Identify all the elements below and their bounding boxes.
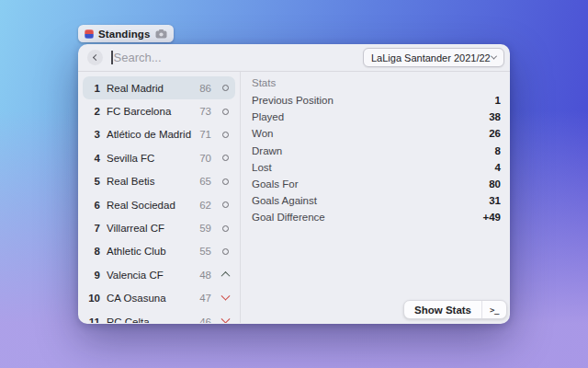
team-points: 47 <box>196 293 211 304</box>
stat-row: Won 26 <box>252 125 501 142</box>
stat-row: Goals For 80 <box>252 176 501 192</box>
table-row[interactable]: 7 Villarreal CF 59 <box>83 216 235 239</box>
stats-panel: Stats Previous Position 1 Played 38 Won … <box>241 72 510 323</box>
team-points: 59 <box>196 223 211 234</box>
table-row[interactable]: 5 Real Betis 65 <box>83 170 235 193</box>
terminal-icon[interactable] <box>482 301 506 318</box>
team-rank: 2 <box>86 106 100 117</box>
stats-section-title: Stats <box>252 75 501 90</box>
team-name: Sevilla FC <box>107 153 196 164</box>
table-row[interactable]: 4 Sevilla FC 70 <box>83 146 235 169</box>
team-name: CA Osasuna <box>107 293 196 304</box>
team-rank: 11 <box>86 316 100 323</box>
movement-same-icon <box>219 248 232 255</box>
stat-value: 8 <box>495 145 501 156</box>
action-bar: Show Stats <box>403 300 507 319</box>
table-row[interactable]: 3 Atlético de Madrid 71 <box>83 123 235 146</box>
window-title-chip[interactable]: Standings <box>78 25 174 42</box>
team-name: RC Celta <box>107 316 196 323</box>
stat-row: Played 38 <box>252 109 501 125</box>
stat-value: 31 <box>489 195 501 206</box>
table-row[interactable]: 8 Athletic Club 55 <box>83 240 235 263</box>
team-points: 62 <box>196 200 211 211</box>
back-button[interactable] <box>87 50 103 65</box>
team-rank: 10 <box>86 293 100 304</box>
team-points: 71 <box>196 129 211 140</box>
movement-same-icon <box>219 109 232 115</box>
team-rank: 5 <box>86 176 100 187</box>
team-name: Athletic Club <box>107 246 196 257</box>
stat-row: Goal Difference +49 <box>252 209 501 225</box>
text-caret <box>111 51 113 64</box>
standings-window: LaLiga Santander 2021/22 1 Real Madrid 8… <box>78 44 510 324</box>
stat-label: Won <box>252 128 273 139</box>
team-rank: 9 <box>86 270 100 281</box>
table-row[interactable]: 11 RC Celta 46 <box>83 310 235 323</box>
movement-down-icon <box>219 295 232 302</box>
stat-label: Goal Difference <box>252 212 325 223</box>
team-name: FC Barcelona <box>107 106 196 117</box>
table-row[interactable]: 1 Real Madrid 86 <box>83 76 235 99</box>
camera-icon <box>155 29 167 39</box>
movement-same-icon <box>219 178 232 185</box>
stat-label: Goals Against <box>252 195 317 206</box>
chevron-down-icon <box>491 53 497 60</box>
table-row[interactable]: 10 CA Osasuna 47 <box>83 287 235 310</box>
stat-label: Goals For <box>252 178 299 190</box>
league-selector-dropdown[interactable]: LaLiga Santander 2021/22 <box>363 48 504 67</box>
stat-row: Lost 4 <box>252 159 501 176</box>
team-name: Real Betis <box>107 176 196 187</box>
window-title: Standings <box>98 29 151 40</box>
stat-value: +49 <box>482 212 501 223</box>
team-rank: 7 <box>86 223 100 234</box>
team-points: 73 <box>196 106 211 117</box>
stat-value: 1 <box>495 95 501 106</box>
standings-app-icon <box>85 29 94 39</box>
stat-label: Drawn <box>252 145 282 156</box>
search-bar: LaLiga Santander 2021/22 <box>78 44 510 72</box>
stat-label: Previous Position <box>252 95 334 106</box>
team-name: Villarreal CF <box>107 223 196 234</box>
table-row[interactable]: 2 FC Barcelona 73 <box>83 99 235 122</box>
team-points: 86 <box>196 83 211 94</box>
team-points: 48 <box>196 270 211 281</box>
stat-label: Played <box>252 111 284 122</box>
stat-value: 38 <box>489 111 501 122</box>
stat-value: 4 <box>495 162 501 173</box>
stat-row: Drawn 8 <box>252 143 501 159</box>
stat-row: Goals Against 31 <box>252 192 501 209</box>
standings-list: 1 Real Madrid 86 2 FC Barcelona 73 3 Atl… <box>78 72 240 323</box>
chevron-left-icon <box>93 54 99 61</box>
team-rank: 1 <box>86 83 100 94</box>
movement-down-icon <box>219 318 232 323</box>
team-name: Atlético de Madrid <box>107 129 196 140</box>
team-rank: 6 <box>86 200 100 211</box>
team-rank: 3 <box>86 129 100 140</box>
movement-same-icon <box>219 155 232 161</box>
table-row[interactable]: 9 Valencia CF 48 <box>83 263 235 286</box>
team-rank: 8 <box>86 246 100 257</box>
team-name: Real Madrid <box>107 83 196 94</box>
window-content: 1 Real Madrid 86 2 FC Barcelona 73 3 Atl… <box>78 72 510 323</box>
movement-same-icon <box>219 85 232 91</box>
search-input[interactable] <box>114 51 364 64</box>
movement-same-icon <box>219 225 232 232</box>
movement-same-icon <box>219 201 232 208</box>
team-points: 65 <box>196 176 211 187</box>
stat-row: Previous Position 1 <box>252 92 501 109</box>
team-rank: 4 <box>86 153 100 164</box>
table-row[interactable]: 6 Real Sociedad 62 <box>83 193 235 216</box>
team-points: 55 <box>196 246 211 257</box>
team-points: 46 <box>196 316 211 323</box>
team-name: Real Sociedad <box>107 200 196 211</box>
movement-up-icon <box>219 271 232 278</box>
stat-label: Lost <box>252 162 272 173</box>
stat-value: 80 <box>489 178 501 190</box>
stat-value: 26 <box>489 128 501 139</box>
league-selector-value: LaLiga Santander 2021/22 <box>371 52 491 63</box>
team-name: Valencia CF <box>107 270 196 281</box>
show-stats-button[interactable]: Show Stats <box>404 301 481 318</box>
team-points: 70 <box>196 153 211 164</box>
movement-same-icon <box>219 132 232 138</box>
